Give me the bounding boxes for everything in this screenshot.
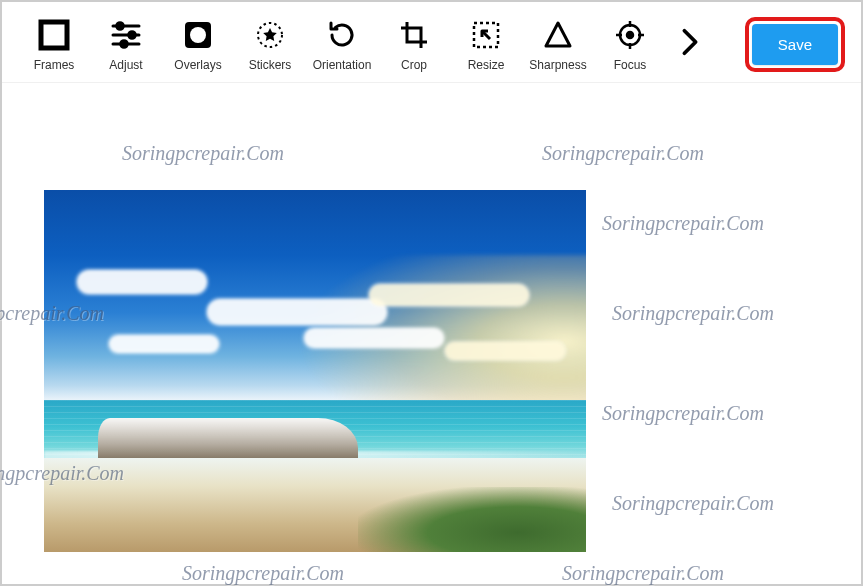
focus-icon [610, 16, 650, 54]
sharpness-icon [538, 16, 578, 54]
image-cloud [369, 284, 529, 306]
svg-point-2 [117, 23, 124, 30]
tool-label: Overlays [174, 58, 221, 72]
tool-label: Sharpness [529, 58, 586, 72]
image-moss [358, 487, 586, 552]
image-cloud [445, 342, 565, 360]
svg-point-4 [129, 32, 136, 39]
tool-label: Orientation [313, 58, 372, 72]
tool-sharpness[interactable]: Sharpness [522, 16, 594, 72]
image-cloud [109, 335, 219, 353]
tool-label: Stickers [249, 58, 292, 72]
svg-rect-0 [41, 22, 67, 48]
image-cloud [207, 299, 387, 325]
stickers-icon [250, 16, 290, 54]
image-preview[interactable] [44, 190, 586, 552]
resize-icon [466, 16, 506, 54]
tool-frames[interactable]: Frames [18, 16, 90, 72]
save-highlight: Save [745, 17, 845, 72]
svg-point-8 [190, 27, 206, 43]
tool-crop[interactable]: Crop [378, 16, 450, 72]
frames-icon [34, 16, 74, 54]
tool-focus[interactable]: Focus [594, 16, 666, 72]
orientation-icon [322, 16, 362, 54]
tool-label: Adjust [109, 58, 142, 72]
tool-overlays[interactable]: Overlays [162, 16, 234, 72]
tool-resize[interactable]: Resize [450, 16, 522, 72]
tool-stickers[interactable]: Stickers [234, 16, 306, 72]
tool-orientation[interactable]: Orientation [306, 16, 378, 72]
app-frame: Frames Adjust Overlays Sticke [0, 0, 863, 586]
tool-label: Focus [614, 58, 647, 72]
tool-label: Crop [401, 58, 427, 72]
toolbar: Frames Adjust Overlays Sticke [2, 2, 861, 83]
tool-adjust[interactable]: Adjust [90, 16, 162, 72]
tool-label: Frames [34, 58, 75, 72]
crop-icon [394, 16, 434, 54]
save-button[interactable]: Save [752, 24, 838, 65]
svg-point-6 [121, 41, 128, 48]
overlays-icon [178, 16, 218, 54]
image-cloud [304, 328, 444, 348]
toolbar-more-button[interactable] [670, 27, 710, 61]
canvas-area [30, 122, 849, 572]
tool-label: Resize [468, 58, 505, 72]
svg-point-12 [627, 32, 633, 38]
adjust-icon [106, 16, 146, 54]
image-cloud [77, 270, 207, 294]
chevron-right-icon [677, 27, 703, 61]
